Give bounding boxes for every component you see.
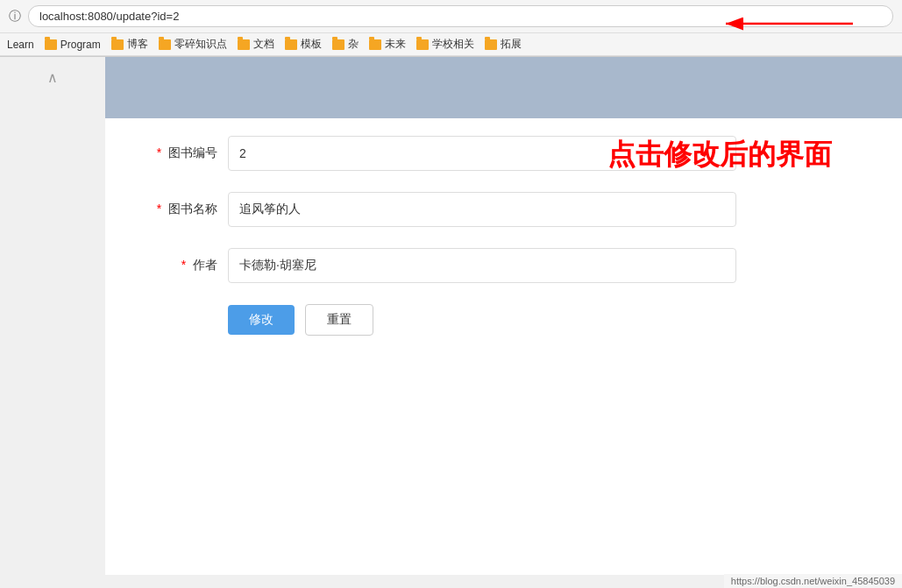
input-book-id[interactable] (228, 136, 736, 171)
bookmark-future-label: 未来 (385, 37, 406, 52)
form-group-book-name: * 图书名称 (140, 192, 867, 227)
input-author[interactable] (228, 248, 736, 283)
bookmark-docs[interactable]: 文档 (238, 37, 274, 52)
sidebar: ∧ (0, 57, 105, 575)
label-book-id: * 图书编号 (140, 145, 228, 161)
bookmark-blog-label: 博客 (127, 37, 148, 52)
bookmark-snippets[interactable]: 零碎知识点 (159, 37, 227, 52)
bookmark-expand[interactable]: 拓展 (485, 37, 522, 52)
folder-icon-blog (111, 39, 124, 50)
folder-icon-templates (285, 39, 297, 50)
form-group-book-id: * 图书编号 (140, 136, 867, 171)
browser-chrome: ⓘ localhost:8080/update?id=2 Learn Prog (0, 0, 902, 57)
address-text: localhost:8080/update?id=2 (39, 10, 179, 23)
header-banner (105, 57, 902, 118)
address-bar[interactable]: localhost:8080/update?id=2 (28, 5, 893, 27)
bookmark-program-label: Program (60, 39, 101, 51)
submit-button[interactable]: 修改 (228, 305, 295, 335)
input-book-name[interactable] (228, 192, 736, 227)
bookmark-snippets-label: 零碎知识点 (174, 37, 227, 52)
page-content: ∧ 点击修改后的界面 * 图书编号 * 图书名称 (0, 57, 902, 575)
bookmark-blog[interactable]: 博客 (111, 37, 148, 52)
folder-icon-future (369, 39, 381, 50)
bookmark-school[interactable]: 学校相关 (416, 37, 474, 52)
folder-icon-misc (332, 39, 344, 50)
folder-icon-snippets (159, 39, 171, 50)
required-star-book-id: * (157, 145, 161, 159)
folder-icon-program (45, 39, 57, 50)
address-bar-row: ⓘ localhost:8080/update?id=2 (0, 0, 902, 33)
folder-icon-docs (238, 39, 250, 50)
bookmark-templates[interactable]: 模板 (285, 37, 322, 52)
bookmark-program[interactable]: Program (45, 39, 101, 51)
main-area: 点击修改后的界面 * 图书编号 * 图书名称 * (105, 57, 902, 575)
bookmark-future[interactable]: 未来 (369, 37, 406, 52)
sidebar-toggle[interactable]: ∧ (44, 66, 61, 89)
folder-icon-school (416, 39, 429, 50)
bookmark-expand-label: 拓展 (501, 37, 522, 52)
bookmark-misc-label: 杂 (348, 37, 359, 52)
bookmark-misc[interactable]: 杂 (332, 37, 359, 52)
form-group-author: * 作者 (140, 248, 867, 283)
bookmarks-bar: Learn Program 博客 零碎知识点 文档 模板 杂 未来 (0, 33, 902, 56)
bookmark-learn[interactable]: Learn (7, 39, 34, 51)
bookmark-templates-label: 模板 (301, 37, 322, 52)
form-actions: 修改 重置 (228, 304, 867, 336)
status-bar: https://blog.csdn.net/weixin_45845039 (724, 574, 902, 575)
label-author: * 作者 (140, 258, 228, 273)
required-star-author: * (181, 258, 186, 272)
label-book-name: * 图书名称 (140, 202, 228, 217)
folder-icon-expand (485, 39, 497, 50)
required-star-book-name: * (157, 202, 161, 216)
info-icon[interactable]: ⓘ (9, 9, 21, 25)
bookmark-docs-label: 文档 (253, 37, 274, 52)
reset-button[interactable]: 重置 (305, 304, 373, 336)
bookmark-school-label: 学校相关 (432, 37, 474, 52)
form-container: 点击修改后的界面 * 图书编号 * 图书名称 * (105, 118, 902, 371)
